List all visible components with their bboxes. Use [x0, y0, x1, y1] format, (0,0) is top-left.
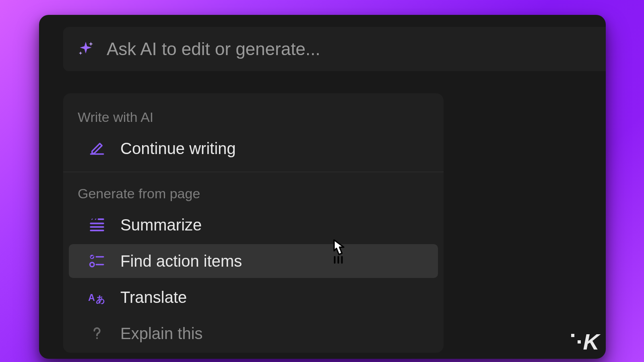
svg-text:あ: あ — [96, 294, 105, 304]
ai-panel: Write with AI Continue writing Generate … — [39, 15, 606, 359]
menu-item-summarize[interactable]: Summarize — [69, 208, 438, 242]
menu-item-label: Continue writing — [120, 140, 236, 158]
watermark-letter: K — [583, 329, 599, 355]
menu-divider — [63, 172, 444, 172]
ask-ai-bar[interactable] — [63, 27, 606, 71]
action-items-icon — [87, 251, 107, 271]
menu-item-find-action-items[interactable]: Find action items — [69, 244, 438, 278]
ask-ai-input[interactable] — [107, 39, 606, 59]
watermark: K — [571, 329, 599, 355]
summarize-icon — [87, 215, 107, 234]
translate-icon: A あ — [87, 288, 107, 307]
section-title-write: Write with AI — [63, 104, 444, 129]
menu-item-label: Translate — [120, 288, 187, 306]
svg-point-10 — [96, 337, 98, 339]
question-icon — [87, 324, 107, 343]
sparkle-icon — [77, 40, 95, 58]
svg-text:A: A — [88, 292, 95, 303]
menu-item-continue-writing[interactable]: Continue writing — [69, 132, 438, 165]
menu-item-explain-this[interactable]: Explain this — [69, 317, 438, 350]
section-title-generate: Generate from page — [63, 180, 444, 206]
menu-item-label: Summarize — [120, 216, 202, 234]
svg-point-6 — [90, 263, 95, 267]
menu-item-label: Explain this — [120, 325, 203, 343]
watermark-dots-icon — [571, 334, 581, 343]
pencil-line-icon — [87, 139, 107, 158]
menu-item-label: Find action items — [120, 252, 242, 270]
menu-item-translate[interactable]: A あ Translate — [69, 280, 438, 314]
ai-menu: Write with AI Continue writing Generate … — [63, 93, 444, 353]
